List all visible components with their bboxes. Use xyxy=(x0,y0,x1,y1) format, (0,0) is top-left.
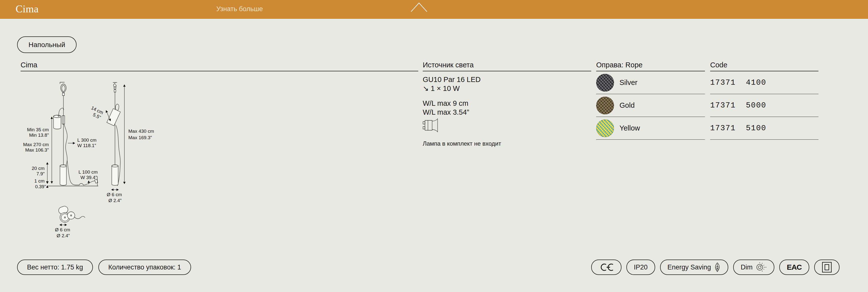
dim-max-cm: Max 270 cm xyxy=(23,142,49,147)
finish-label-silver: Silver xyxy=(619,78,638,87)
code-value: 17371 4100 xyxy=(710,78,766,87)
finish-label-yellow: Yellow xyxy=(619,124,640,132)
dim-20-cm: 20 cm xyxy=(32,166,44,171)
chevron-up-icon[interactable] xyxy=(410,2,428,12)
dim-plug-dia-in: Ø 2.4” xyxy=(57,233,70,238)
finish-options-list: Silver Gold Yellow xyxy=(596,71,705,140)
svg-text:Ø 6 cm Ø 2.4”: Ø 6 cm Ø 2.4” xyxy=(55,227,72,238)
class-ii-square-icon xyxy=(822,262,832,273)
lamp-type: GU10 Par 16 LED xyxy=(423,75,481,84)
filter-pill-label: Напольный xyxy=(29,41,65,49)
dimmer-icon xyxy=(755,262,767,272)
code-section-title: Code xyxy=(710,61,727,69)
finish-label-gold: Gold xyxy=(619,101,634,109)
wl-spec-block: W/L max 9 cm W/L max 3.54” xyxy=(423,99,469,117)
code-row: 17371 4100 xyxy=(710,71,818,94)
svg-text:Min 35 cm Min 13.8”: Min 35 cm Min 13.8” Max 270 cm Max 106.3… xyxy=(23,127,50,189)
brand-title: Cima xyxy=(16,3,39,15)
package-count-pill: Количество упаковок: 1 xyxy=(98,260,191,275)
swatch-gold[interactable] xyxy=(596,97,614,115)
badge-ip20: IP20 xyxy=(626,260,655,275)
dim-20-in: 7.9” xyxy=(36,171,44,176)
code-value: 17371 5100 xyxy=(710,124,766,132)
badge-dim: Dim xyxy=(733,260,774,275)
wl-imperial: W/L max 3.54” xyxy=(423,108,469,117)
svg-text:L 100 cm W 39.4”: L 100 cm W 39.4” xyxy=(79,169,99,180)
dim-w118: W 118.1” xyxy=(77,143,96,148)
light-source-section-title: Источник света xyxy=(423,61,474,69)
svg-text:14 cm 5.5”: 14 cm 5.5” xyxy=(88,105,105,121)
lamp-spec-block: GU10 Par 16 LED ↘ 1 × 10 W xyxy=(423,75,481,93)
energy-saving-label: Energy Saving xyxy=(668,263,711,271)
dimension-drawing: Min 35 cm Min 13.8” Max 270 cm Max 106.3… xyxy=(22,69,181,243)
leaf-icon xyxy=(714,262,721,272)
gu10-bulb-icon xyxy=(423,118,442,133)
dim-1-cm: 1 cm xyxy=(34,178,44,184)
ip20-label: IP20 xyxy=(634,263,648,271)
lamp-power: ↘ 1 × 10 W xyxy=(423,84,481,93)
code-value: 17371 5000 xyxy=(710,101,766,110)
swatch-yellow[interactable] xyxy=(596,119,614,137)
badge-ce xyxy=(591,260,621,275)
dim-min-cm: Min 35 cm xyxy=(27,127,49,132)
dim-label: Dim xyxy=(741,263,752,271)
header-bar: Cima Узнать больше xyxy=(0,0,868,19)
lamp-note: Лампа в комплект не входит xyxy=(423,140,501,147)
learn-more-link[interactable]: Узнать больше xyxy=(216,5,263,13)
dim-cyl-dia-in: Ø 2.4” xyxy=(108,198,122,203)
code-list: 17371 4100 17371 5000 17371 5100 xyxy=(710,71,818,140)
swatch-silver[interactable] xyxy=(596,74,614,92)
dim-max430-in: Max 169.3” xyxy=(128,135,152,140)
finish-row-silver[interactable]: Silver xyxy=(596,71,705,94)
product-section-title: Cima xyxy=(21,61,37,69)
net-weight-pill: Вес нетто: 1.75 kg xyxy=(17,260,93,275)
certification-badges: IP20 Energy Saving Dim xyxy=(591,260,839,275)
badge-eac: EAC xyxy=(779,260,809,275)
svg-text:L 300 cm W 118.1”: L 300 cm W 118.1” xyxy=(77,137,98,148)
dim-plug-dia-cm: Ø 6 cm xyxy=(55,227,70,232)
dim-cyl-dia-cm: Ø 6 cm xyxy=(107,192,122,197)
dim-1-in: 0.39” xyxy=(35,184,46,189)
badge-class-ii xyxy=(814,260,839,275)
finish-row-gold[interactable]: Gold xyxy=(596,94,705,117)
dim-max430-cm: Max 430 cm xyxy=(128,129,154,134)
badge-energy-saving: Energy Saving xyxy=(660,260,728,275)
dim-min-in: Min 13.8” xyxy=(29,132,49,138)
ce-mark-icon xyxy=(599,263,614,271)
footer-info-pills: Вес нетто: 1.75 kg Количество упаковок: … xyxy=(17,260,191,275)
svg-text:Max 430 cm Max 169.3”: Max 430 cm Max 169.3” xyxy=(128,129,155,140)
wl-metric: W/L max 9 cm xyxy=(423,99,469,108)
dim-w394: W 39.4” xyxy=(81,175,97,180)
package-count-label: Количество упаковок: 1 xyxy=(108,263,181,271)
net-weight-label: Вес нетто: 1.75 kg xyxy=(27,263,83,271)
dim-l100: L 100 cm xyxy=(79,169,98,174)
dim-max-in: Max 106.3” xyxy=(25,148,49,153)
filter-pill-floor[interactable]: Напольный xyxy=(17,36,76,53)
light-source-rule xyxy=(423,71,591,71)
eac-mark: EAC xyxy=(787,263,802,271)
ceiling-bracket xyxy=(60,82,64,84)
dim-l300: L 300 cm xyxy=(77,137,96,143)
code-row: 17371 5100 xyxy=(710,117,818,140)
finish-row-yellow[interactable]: Yellow xyxy=(596,117,705,140)
svg-text:Ø 6 cm Ø 2.4”: Ø 6 cm Ø 2.4” xyxy=(107,192,123,203)
code-row: 17371 5000 xyxy=(710,94,818,117)
finish-section-title: Оправа: Rope xyxy=(596,61,643,69)
cima-spec-page: Cima Узнать больше Напольный Cima Источн… xyxy=(0,0,868,292)
